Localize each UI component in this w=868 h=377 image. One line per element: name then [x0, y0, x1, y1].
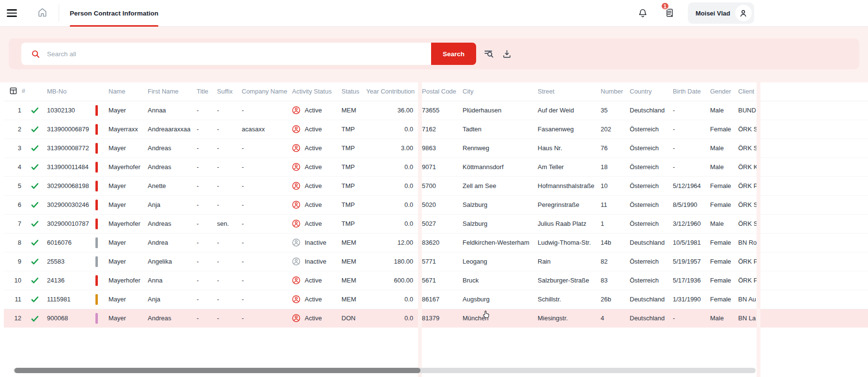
street-cell: Salzburger-Straße [538, 271, 601, 290]
horizontal-scrollbar-track[interactable] [14, 368, 756, 373]
header-city[interactable]: City [463, 82, 538, 101]
suffix-cell: - [217, 120, 242, 139]
header-mb-no[interactable]: MB-No [46, 82, 94, 101]
activity-status-label: Active [305, 277, 322, 284]
activity-status-label: Active [305, 126, 322, 133]
header-company-name[interactable]: Company Name [242, 82, 292, 101]
number-cell: 4 [601, 309, 630, 328]
check-icon [31, 202, 39, 208]
header-birth-date[interactable]: Birth Date [673, 82, 710, 101]
company-name-cell: - [242, 214, 292, 233]
city-cell: Tadten [463, 120, 538, 139]
check-icon [31, 183, 39, 189]
check-icon [31, 145, 39, 152]
search-input[interactable] [47, 50, 431, 58]
table-row[interactable]: 1 10302130 Mayer Annaa - - - Active MEM … [4, 101, 868, 120]
status-cell: MEM [341, 271, 366, 290]
header-status[interactable]: Status [341, 82, 366, 101]
notifications-button[interactable] [637, 7, 648, 21]
row-index: 2 [4, 120, 24, 139]
check-icon [31, 315, 39, 322]
column-settings-icon[interactable] [10, 89, 19, 96]
title-cell: - [197, 139, 217, 157]
city-cell: Salzburg [463, 214, 538, 233]
table-row[interactable]: 12 900068 Mayer Andreas - - - Active DON… [4, 309, 868, 328]
suffix-cell: - [217, 195, 242, 214]
birth-date-cell: 5/19/1957 [673, 252, 710, 271]
row-color-bar [95, 124, 98, 135]
table-row[interactable]: 2 313900006879 Mayerraxx Andreaaraxxaa -… [4, 120, 868, 139]
header-country[interactable]: Country [630, 82, 673, 101]
check-icon [31, 107, 39, 114]
header-title[interactable]: Title [197, 82, 217, 101]
row-index: 7 [4, 214, 24, 233]
activity-status: Active [292, 144, 322, 152]
filler-cell [760, 214, 868, 233]
suffix-cell: - [217, 157, 242, 176]
row-color-bar [95, 200, 98, 210]
header-index[interactable]: # [4, 82, 24, 101]
name-cell: Mayerhofer [108, 157, 148, 176]
header-gender[interactable]: Gender [710, 82, 738, 101]
name-cell: Mayer [108, 195, 148, 214]
filler-cell [760, 176, 868, 195]
table-row[interactable]: 7 302900010787 Mayerhofer Andreas - sen.… [4, 214, 868, 233]
number-cell: 35 [601, 101, 630, 120]
suffix-cell: - [217, 271, 242, 290]
filler-cell [760, 139, 868, 157]
first-name-cell: Andreas [148, 157, 197, 176]
header-name[interactable]: Name [108, 82, 148, 101]
mb-no-cell: 302900010787 [46, 214, 94, 233]
home-button[interactable] [37, 7, 48, 20]
suffix-cell: - [217, 252, 242, 271]
search-icon [31, 49, 40, 59]
header-postal-code[interactable]: Postal Code [422, 82, 463, 101]
country-cell: Deutschland [630, 290, 673, 309]
table-row[interactable]: 6 302900030246 Mayer Anja - - - Active T… [4, 195, 868, 214]
status-cell: MEM [341, 252, 366, 271]
gender-cell: Female [710, 290, 738, 309]
mb-no-cell: 313900006879 [46, 120, 94, 139]
table-row[interactable]: 11 1115981 Mayer Anja - - - Active MEM 0… [4, 290, 868, 309]
search-panel: Search [9, 38, 859, 69]
year-contribution-cell: 0.0 [366, 157, 414, 176]
street-cell: Peregrinstraße [538, 195, 601, 214]
table-row[interactable]: 8 6016076 Mayer Andrea - - - Inactive ME… [4, 233, 868, 252]
postal-code-cell: 9863 [422, 139, 463, 157]
table-row[interactable]: 10 24136 Mayerhofer Anna - - - Active ME… [4, 271, 868, 290]
header-activity-status[interactable]: Activity Status [292, 82, 341, 101]
number-cell: 18 [601, 157, 630, 176]
name-cell: Mayer [108, 139, 148, 157]
postal-code-cell: 5700 [422, 176, 463, 195]
first-name-cell: Andrea [148, 233, 197, 252]
search-button[interactable]: Search [431, 43, 476, 65]
title-cell: - [197, 233, 217, 252]
table-row[interactable]: 5 302900068198 Mayer Anette - - - Active… [4, 176, 868, 195]
row-color-bar-cell [94, 157, 108, 176]
header-first-name[interactable]: First Name [148, 82, 197, 101]
header-suffix[interactable]: Suffix [217, 82, 242, 101]
activity-status-label: Active [305, 144, 322, 152]
header-street[interactable]: Street [538, 82, 601, 101]
table-row[interactable]: 9 25583 Mayer Angelika - - - Inactive ME… [4, 252, 868, 271]
activity-status-label: Inactive [305, 258, 326, 265]
download-icon[interactable] [502, 48, 512, 61]
user-menu-button[interactable]: Moisei Vlad [688, 2, 754, 24]
table-row[interactable]: 3 313900008772 Mayer Andreas - - - Activ… [4, 139, 868, 157]
header-number[interactable]: Number [601, 82, 630, 101]
header-year-contribution[interactable]: Year Contribution [366, 82, 414, 101]
horizontal-scrollbar-thumb[interactable] [15, 368, 420, 373]
tab-person-contract-information[interactable]: Person Contract Information [70, 0, 158, 27]
advanced-search-icon[interactable] [483, 48, 495, 61]
menu-icon[interactable] [7, 8, 18, 19]
activity-status-icon [292, 144, 300, 152]
gender-cell: Male [710, 214, 738, 233]
row-color-bar [95, 143, 98, 154]
row-index: 6 [4, 195, 24, 214]
first-name-cell: Annaa [148, 101, 197, 120]
row-index: 10 [4, 271, 24, 290]
check-icon [31, 239, 39, 246]
table-row[interactable]: 4 313900011484 Mayerhofer Andreas - - - … [4, 157, 868, 176]
activity-status: Active [292, 163, 322, 171]
tasks-button[interactable]: 1 [665, 7, 675, 20]
